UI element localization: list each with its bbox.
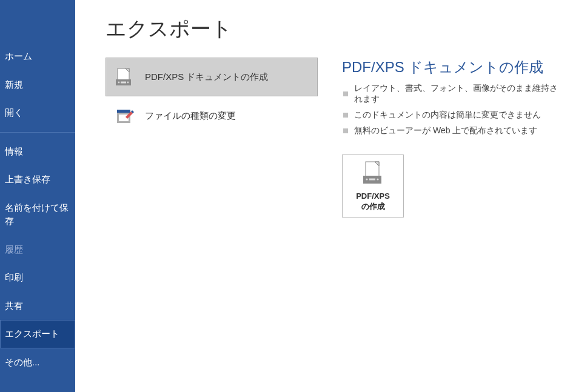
- sidebar-label: エクスポート: [5, 328, 59, 339]
- sidebar-label: 情報: [5, 146, 23, 156]
- sidebar-label: 履歴: [5, 244, 23, 254]
- option-label: PDF/XPS ドキュメントの作成: [145, 71, 268, 83]
- sidebar-item-open[interactable]: 開く: [0, 99, 75, 127]
- sidebar-item-saveas[interactable]: 名前を付けて保存: [0, 194, 75, 236]
- detail-title: PDF/XPS ドキュメントの作成: [342, 58, 561, 77]
- main-panel: エクスポート PDF/XPS ドキュメントの作成: [75, 0, 573, 392]
- sidebar-label: 開く: [5, 107, 23, 118]
- sidebar-item-print[interactable]: 印刷: [0, 264, 75, 292]
- bullet-icon: [343, 91, 348, 96]
- backstage-sidebar: ホーム 新規 開く 情報 上書き保存 名前を付けて保存 履歴 印刷 共有 エクス…: [0, 0, 75, 392]
- sidebar-label: その他...: [5, 357, 40, 367]
- bullet-icon: [343, 113, 348, 118]
- sidebar-divider: [0, 132, 75, 133]
- option-change-file-type[interactable]: ファイルの種類の変更: [106, 96, 318, 135]
- bullet-text: レイアウト、書式、フォント、画像がそのまま維持されます: [354, 83, 561, 105]
- content-row: PDF/XPS ドキュメントの作成 ファイルの種類の変更 PDF/XPS ドキュ…: [106, 58, 573, 218]
- sidebar-item-save[interactable]: 上書き保存: [0, 165, 75, 194]
- bullet-text: このドキュメントの内容は簡単に変更できません: [354, 110, 541, 121]
- sidebar-label: 印刷: [5, 272, 23, 282]
- create-pdf-xps-button[interactable]: PDF/XPSの作成: [342, 154, 404, 218]
- sidebar-item-export[interactable]: エクスポート: [0, 320, 75, 348]
- svg-point-15: [377, 178, 378, 180]
- sidebar-label: 新規: [5, 79, 23, 90]
- svg-point-4: [127, 82, 129, 84]
- sidebar-item-more[interactable]: その他...: [0, 348, 75, 377]
- detail-bullet: レイアウト、書式、フォント、画像がそのまま維持されます: [342, 83, 561, 105]
- bullet-icon: [343, 128, 348, 133]
- svg-rect-7: [117, 110, 130, 113]
- svg-rect-16: [369, 178, 375, 180]
- detail-bullet: 無料のビューアーが Web 上で配布されています: [342, 125, 561, 136]
- svg-point-14: [366, 178, 367, 180]
- option-label: ファイルの種類の変更: [145, 110, 236, 122]
- detail-bullet: このドキュメントの内容は簡単に変更できません: [342, 110, 561, 121]
- option-create-pdf-xps[interactable]: PDF/XPS ドキュメントの作成: [106, 58, 318, 96]
- change-file-type-icon: [115, 106, 134, 125]
- sidebar-label: 上書き保存: [5, 174, 50, 184]
- sidebar-item-new[interactable]: 新規: [0, 71, 75, 99]
- svg-point-3: [118, 82, 120, 84]
- svg-rect-5: [121, 82, 126, 84]
- create-pdf-xps-label: PDF/XPSの作成: [356, 191, 390, 212]
- export-options-list: PDF/XPS ドキュメントの作成 ファイルの種類の変更: [106, 58, 318, 218]
- sidebar-item-history: 履歴: [0, 236, 75, 264]
- bullet-text: 無料のビューアーが Web 上で配布されています: [354, 125, 537, 136]
- pdf-xps-large-icon: [361, 161, 385, 187]
- sidebar-item-home[interactable]: ホーム: [0, 42, 75, 71]
- sidebar-label: 名前を付けて保存: [5, 202, 69, 227]
- sidebar-label: ホーム: [5, 51, 32, 61]
- export-detail-panel: PDF/XPS ドキュメントの作成 レイアウト、書式、フォント、画像がそのまま維…: [342, 58, 573, 218]
- pdf-xps-icon: [115, 67, 134, 87]
- sidebar-item-share[interactable]: 共有: [0, 292, 75, 321]
- sidebar-label: 共有: [5, 301, 23, 311]
- sidebar-item-info[interactable]: 情報: [0, 138, 75, 166]
- page-title: エクスポート: [106, 15, 573, 43]
